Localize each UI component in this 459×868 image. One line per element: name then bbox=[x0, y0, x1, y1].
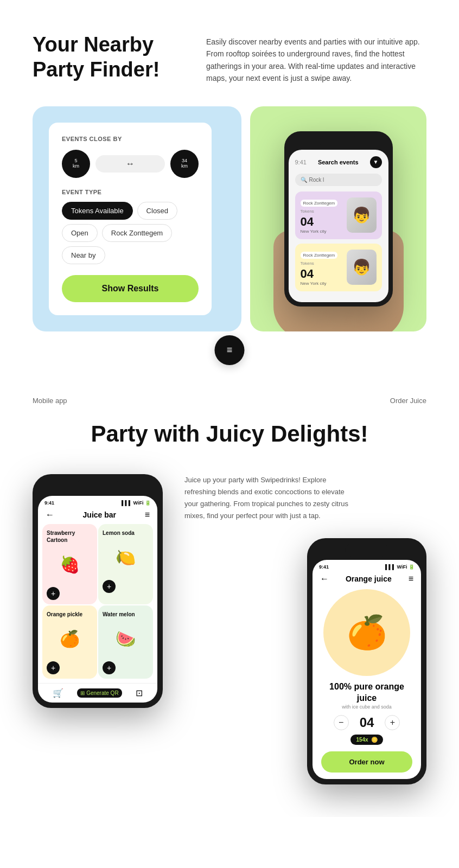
juice-item-name-watermelon: Water melon bbox=[103, 611, 149, 618]
tag-near-by[interactable]: Near by bbox=[62, 246, 105, 264]
tokens-badge: 154x 🪙 bbox=[350, 735, 382, 745]
search-value: Rock l bbox=[309, 177, 324, 183]
hero-description: Easily discover nearby events and partie… bbox=[206, 33, 426, 85]
juice-img-lemon: 🍋 bbox=[103, 539, 149, 577]
tag-open[interactable]: Open bbox=[62, 224, 98, 242]
qty-value: 04 bbox=[360, 715, 374, 730]
qty-plus-button[interactable]: + bbox=[385, 715, 400, 730]
juice-add-orange[interactable]: + bbox=[47, 661, 60, 674]
juice-time: 9:41 bbox=[44, 500, 54, 506]
cards-row: EVENTS CLOSE BY 5 km ↔ 34 km EVENT TYPE bbox=[33, 106, 426, 331]
range-row: 5 km ↔ 34 km bbox=[62, 150, 199, 178]
orange-phone-screen: 9:41 ▌▌▌ WiFi 🔋 ← Orange juice ≡ 🍊 bbox=[313, 560, 421, 779]
cards-row-wrapper: EVENTS CLOSE BY 5 km ↔ 34 km EVENT TYPE bbox=[33, 106, 426, 353]
juice-item-name: Strawberry Cartoon bbox=[47, 529, 93, 544]
orange-phone-wrapper: 9:41 ▌▌▌ WiFi 🔋 ← Orange juice ≡ 🍊 bbox=[184, 538, 426, 784]
tag-tokens-available[interactable]: Tokens Available bbox=[62, 202, 133, 220]
orange-filter-icon[interactable]: ≡ bbox=[409, 574, 413, 584]
search-icon: 🔍 bbox=[301, 177, 307, 183]
qty-minus-button[interactable]: − bbox=[334, 715, 349, 730]
phone-notch bbox=[320, 136, 358, 148]
juice-item-lemon[interactable]: Lemon soda 🍋 + bbox=[98, 524, 153, 604]
tag-closed[interactable]: Closed bbox=[137, 202, 177, 220]
juice-item-name-orange: Orange pickle bbox=[47, 611, 93, 618]
phone-search-bar[interactable]: 🔍 Rock l bbox=[295, 174, 382, 186]
juice-img-orange: 🍊 bbox=[47, 620, 93, 658]
event-card-1-city: New York city bbox=[301, 229, 338, 234]
juice-menu-icon[interactable]: ≡ bbox=[145, 510, 150, 520]
orange-juice-image: 🍊 bbox=[323, 589, 410, 676]
phone-time: 9:41 bbox=[295, 159, 307, 165]
juice-add-lemon[interactable]: + bbox=[103, 580, 116, 593]
juice-item-watermelon[interactable]: Water melon 🍉 + bbox=[98, 605, 153, 679]
tokens-value: 154x bbox=[356, 737, 368, 743]
range-from[interactable]: 5 km bbox=[62, 150, 90, 178]
bottom-scan-icon[interactable]: ⊡ bbox=[136, 688, 143, 698]
juice-statusbar: 9:41 ▌▌▌ WiFi 🔋 bbox=[38, 496, 157, 508]
event-type-label: EVENT TYPE bbox=[62, 189, 199, 195]
hero-header: Your Nearby Party Finder! Easily discove… bbox=[33, 33, 426, 85]
juice-signal-icons: ▌▌▌ WiFi 🔋 bbox=[122, 500, 151, 506]
phone-top-bar: 9:41 Search events ▼ bbox=[295, 156, 382, 168]
event-card-2[interactable]: Rock Zonttegem Tokens 04 New York city 👦 bbox=[295, 244, 382, 291]
orange-juice-phone: 9:41 ▌▌▌ WiFi 🔋 ← Orange juice ≡ 🍊 bbox=[307, 538, 426, 784]
orange-phone-notch bbox=[345, 544, 388, 557]
juice-img-watermelon: 🍉 bbox=[103, 620, 149, 658]
juice-item-orange[interactable]: Orange pickle 🍊 + bbox=[42, 605, 97, 679]
bottom-cart-icon[interactable]: 🛒 bbox=[53, 688, 63, 698]
juice-back-icon[interactable]: ← bbox=[46, 510, 54, 520]
juice-add-watermelon[interactable]: + bbox=[103, 661, 116, 674]
section2-labels: Mobile app Order Juice bbox=[33, 397, 426, 405]
juice-img-strawberry: 🍓 bbox=[47, 546, 93, 584]
avatar-emoji-2: 👦 bbox=[352, 258, 371, 276]
juice-phone-notch bbox=[76, 480, 119, 493]
juice-bar-phone: 9:41 ▌▌▌ WiFi 🔋 ← Juice bar ≡ Strawberry… bbox=[33, 474, 163, 708]
order-juice-label: Order Juice bbox=[390, 397, 426, 405]
event-card-1-tag: Rock Zonttegem bbox=[301, 200, 338, 207]
orange-back-icon[interactable]: ← bbox=[320, 574, 329, 584]
mobile-app-label: Mobile app bbox=[33, 397, 67, 405]
juice-grid: Strawberry Cartoon 🍓 + Lemon soda 🍋 + bbox=[38, 524, 157, 683]
phone-filter-btn[interactable]: ▼ bbox=[370, 156, 382, 168]
phone-header-title: Search events bbox=[318, 159, 359, 165]
range-to-unit: km bbox=[181, 164, 188, 169]
juice-right-section: Juice up your party with Swipedrinks! Ex… bbox=[184, 474, 426, 784]
phone-hand-container: 9:41 Search events ▼ 🔍 Rock l bbox=[250, 106, 426, 331]
event-card-2-tokens-label: Tokens bbox=[301, 261, 338, 266]
orange-product-name: 100% pure orange juice bbox=[313, 681, 421, 704]
event-card-2-info: Rock Zonttegem Tokens 04 New York city bbox=[301, 249, 338, 286]
orange-statusbar: 9:41 ▌▌▌ WiFi 🔋 bbox=[313, 560, 421, 572]
tag-rock-zonttegem[interactable]: Rock Zonttegem bbox=[102, 224, 172, 242]
events-close-by-label: EVENTS CLOSE BY bbox=[62, 136, 199, 142]
phone-preview-card: 9:41 Search events ▼ 🔍 Rock l bbox=[250, 106, 426, 331]
orange-time: 9:41 bbox=[319, 564, 329, 570]
event-card-1-tokens-label: Tokens bbox=[301, 209, 338, 214]
filter-circle-button[interactable]: ≡ bbox=[215, 335, 245, 365]
quantity-row: − 04 + bbox=[313, 715, 421, 730]
order-now-button[interactable]: Order now bbox=[321, 751, 412, 773]
filter-lines-icon: ≡ bbox=[227, 344, 233, 356]
juice-phone-screen: 9:41 ▌▌▌ WiFi 🔋 ← Juice bar ≡ Strawberry… bbox=[38, 496, 157, 703]
orange-topbar: ← Orange juice ≡ bbox=[313, 572, 421, 589]
juice-topbar: ← Juice bar ≡ bbox=[38, 508, 157, 524]
event-card-2-number: 04 bbox=[301, 267, 338, 281]
juice-bottom-bar: 🛒 ⊞ Generate QR ⊡ bbox=[38, 683, 157, 703]
juice-item-strawberry[interactable]: Strawberry Cartoon 🍓 + bbox=[42, 524, 97, 604]
event-card-1[interactable]: Rock Zonttegem Tokens 04 New York city 👦 bbox=[295, 192, 382, 239]
avatar-emoji: 👦 bbox=[352, 206, 371, 224]
range-to[interactable]: 34 km bbox=[170, 150, 199, 178]
juice-layout: 9:41 ▌▌▌ WiFi 🔋 ← Juice bar ≡ Strawberry… bbox=[33, 474, 426, 784]
event-card-2-city: New York city bbox=[301, 281, 338, 286]
bottom-qr-icon[interactable]: ⊞ Generate QR bbox=[77, 688, 122, 698]
filter-widget: EVENTS CLOSE BY 5 km ↔ 34 km EVENT TYPE bbox=[49, 123, 212, 315]
event-card-1-avatar: 👦 bbox=[347, 197, 377, 233]
section1: Your Nearby Party Finder! Easily discove… bbox=[0, 0, 459, 353]
orange-phone-outer: 9:41 ▌▌▌ WiFi 🔋 ← Orange juice ≡ 🍊 bbox=[307, 538, 426, 784]
orange-subtitle: with ice cube and soda bbox=[313, 704, 421, 710]
token-icon: 🪙 bbox=[371, 737, 378, 743]
show-results-button[interactable]: Show Results bbox=[62, 275, 199, 302]
event-type-tags: Tokens Available Closed Open Rock Zontte… bbox=[62, 202, 199, 264]
juice-bar-title: Juice bar bbox=[83, 510, 116, 519]
juice-add-strawberry[interactable]: + bbox=[47, 587, 60, 600]
range-from-unit: km bbox=[73, 164, 79, 169]
